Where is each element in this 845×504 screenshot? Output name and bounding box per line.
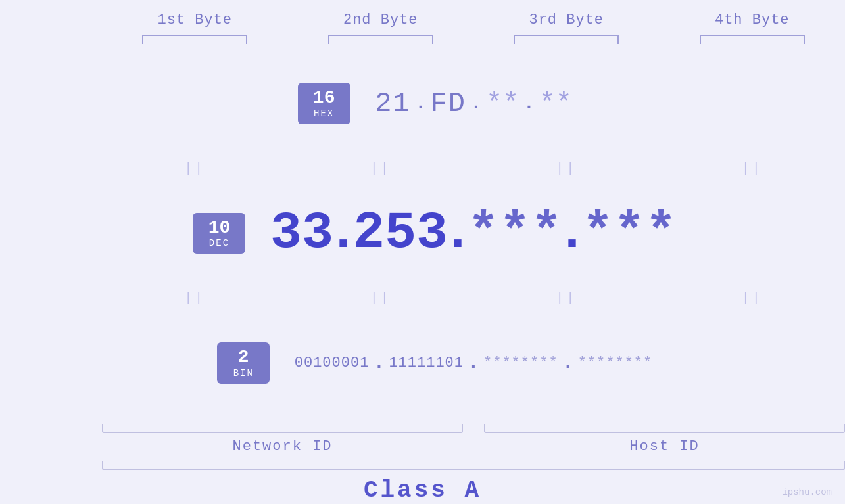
full-bottom-bracket xyxy=(102,461,845,470)
equals-row-1: || || || || xyxy=(0,162,845,175)
byte4-header: 4th Byte xyxy=(660,12,846,28)
class-label-row: Class A xyxy=(0,477,845,504)
hex-byte2-value: FD xyxy=(431,88,466,120)
main-container: 1st Byte 2nd Byte 3rd Byte 4th Byte 16 H… xyxy=(0,0,845,504)
host-id-label: Host ID xyxy=(484,438,845,455)
bin-byte4-value: ******** xyxy=(578,355,653,371)
dec-dot1: . xyxy=(333,203,353,263)
eq1-byte1: || xyxy=(102,161,288,176)
id-labels-row: Network ID Host ID xyxy=(102,438,845,455)
hex-dot2: . xyxy=(466,93,486,114)
hex-byte3-cell: ** xyxy=(486,88,519,120)
hex-byte2-cell: FD xyxy=(431,88,466,120)
watermark: ipshu.com xyxy=(782,487,832,497)
dec-byte4-cell: *** xyxy=(582,203,677,263)
hex-badge: 16 HEX xyxy=(298,83,350,124)
eq1-byte2: || xyxy=(288,161,474,176)
dec-badge: 10 DEC xyxy=(193,213,245,254)
hex-row: 16 HEX 21 . FD . ** . ** xyxy=(273,45,572,162)
network-id-label: Network ID xyxy=(102,438,463,455)
equals-row-2: || || || || xyxy=(0,292,845,305)
dec-byte3-value: *** xyxy=(468,203,562,263)
eq2-byte2: || xyxy=(288,290,474,306)
byte1-header: 1st Byte xyxy=(102,12,288,28)
host-id-bracket xyxy=(484,424,845,433)
dec-byte2-cell: 253 xyxy=(353,203,448,263)
dec-dot3: . xyxy=(562,203,582,263)
bin-byte2-cell: 11111101 xyxy=(389,355,464,371)
dec-byte4-value: *** xyxy=(582,203,677,263)
bin-dot1: . xyxy=(369,353,389,373)
byte1-top-bracket xyxy=(142,35,247,44)
dec-byte2-value: 253 xyxy=(353,203,448,263)
eq2-byte1: || xyxy=(102,290,288,306)
hex-byte1-value: 21 xyxy=(375,88,410,120)
dec-row: 10 DEC 33 . 253 . *** . *** xyxy=(168,175,677,291)
hex-dot3: . xyxy=(519,93,539,114)
byte2-top-bracket xyxy=(328,35,433,44)
bin-badge: 2 BIN xyxy=(217,342,270,384)
bin-dot3: . xyxy=(558,353,578,373)
byte-headers-row: 1st Byte 2nd Byte 3rd Byte 4th Byte xyxy=(0,12,845,28)
bin-row: 2 BIN 00100001 . 11111101 . ******** . *… xyxy=(193,305,653,421)
bin-dot2: . xyxy=(464,353,483,373)
byte3-top-bracket xyxy=(514,35,619,44)
dec-byte3-cell: *** xyxy=(468,203,562,263)
byte4-top-bracket xyxy=(700,35,805,44)
class-label: Class A xyxy=(364,477,481,504)
eq2-byte3: || xyxy=(473,290,660,306)
hex-byte4-value: ** xyxy=(539,88,571,120)
byte2-header: 2nd Byte xyxy=(288,12,474,28)
bin-byte3-value: ******** xyxy=(483,355,558,371)
bottom-brackets xyxy=(102,424,845,433)
dec-byte1-value: 33 xyxy=(270,203,333,263)
hex-dot1: . xyxy=(411,93,431,114)
eq1-byte4: || xyxy=(660,161,846,176)
eq1-byte3: || xyxy=(473,161,660,176)
hex-byte3-value: ** xyxy=(486,88,519,120)
bin-byte3-cell: ******** xyxy=(483,355,558,371)
bin-byte1-cell: 00100001 xyxy=(295,355,370,371)
eq2-byte4: || xyxy=(660,290,846,306)
bin-byte4-cell: ******** xyxy=(578,355,653,371)
hex-byte1-cell: 21 xyxy=(375,88,410,120)
bin-byte1-value: 00100001 xyxy=(295,355,370,371)
dec-byte1-cell: 33 xyxy=(270,203,333,263)
bin-byte2-value: 11111101 xyxy=(389,355,464,371)
bottom-section: Network ID Host ID xyxy=(0,424,845,470)
byte3-header: 3rd Byte xyxy=(473,12,660,28)
hex-byte4-cell: ** xyxy=(539,88,571,120)
dec-dot2: . xyxy=(448,203,468,263)
network-id-bracket xyxy=(102,424,463,433)
top-brackets-row xyxy=(0,34,845,45)
